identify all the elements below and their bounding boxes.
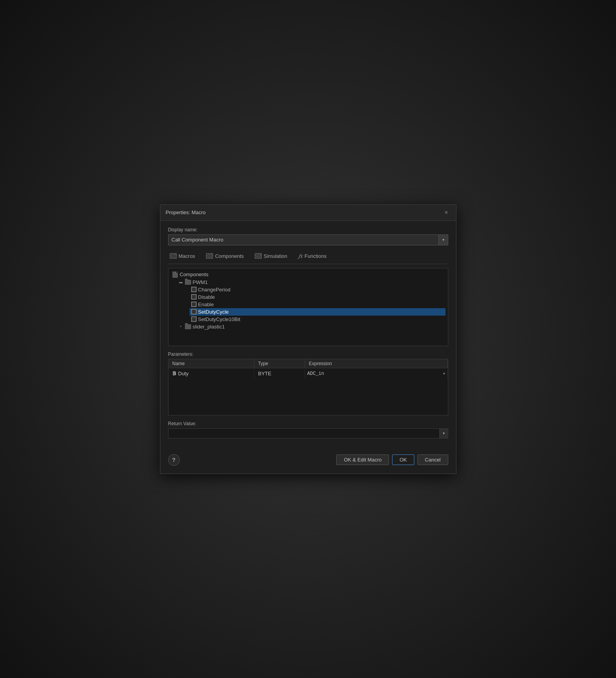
tabs-row: Macros Components Simulation 𝑓𝑥 Function…	[168, 252, 448, 264]
setdutycycle10bit-label: SetDutyCycle10Bit	[198, 316, 240, 322]
functions-tab-icon: 𝑓𝑥	[298, 253, 303, 259]
slider-expand-icon: +	[179, 324, 183, 329]
disable-icon	[191, 294, 197, 300]
display-name-label: Display name:	[168, 227, 448, 233]
tree-folder-pwm1: ▬ PWM1 ChangePeriod Disable Enable	[171, 279, 446, 323]
tree-item-changeperiod[interactable]: ChangePeriod	[190, 286, 446, 293]
tree-item-setdutycycle10bit[interactable]: SetDutyCycle10Bit	[190, 316, 446, 323]
params-row-duty: 𝔹 Duty BYTE ADC_in ▾	[169, 368, 448, 379]
tab-simulation-label: Simulation	[264, 253, 288, 259]
params-header: Name Type Expression	[169, 359, 448, 368]
pwm1-label: PWM1	[193, 279, 208, 285]
return-value-section: Return Value: ▾	[168, 421, 448, 438]
buttons-row: ? OK & Edit Macro OK Cancel	[160, 454, 456, 466]
btn-group: OK & Edit Macro OK Cancel	[336, 454, 448, 465]
tree-item-setdutycycle[interactable]: SetDutyCycle	[190, 308, 446, 316]
changeperiod-icon	[191, 287, 197, 292]
tree-area: Components ▬ PWM1 ChangePeriod Disable	[168, 268, 448, 346]
display-name-select[interactable]: Call Component Macro	[168, 234, 439, 245]
duty-b-icon: 𝔹	[172, 371, 176, 377]
slider-label: slider_plastic1	[193, 324, 225, 330]
tab-simulation[interactable]: Simulation	[253, 252, 289, 260]
pwm1-folder-icon	[185, 280, 191, 285]
parameters-table: Name Type Expression 𝔹 Duty BYTE ADC_in …	[168, 359, 448, 415]
dialog-title: Properties: Macro	[166, 209, 206, 215]
params-cell-duty-type: BYTE	[254, 369, 305, 378]
title-bar: Properties: Macro ×	[160, 205, 456, 221]
duty-type: BYTE	[258, 371, 272, 376]
enable-icon	[191, 302, 197, 307]
tab-components[interactable]: Components	[204, 252, 245, 260]
display-name-dropdown-arrow[interactable]: ▾	[439, 234, 448, 245]
duty-expression: ADC_in	[307, 371, 324, 376]
tree-folder-slider: + slider_plastic1	[171, 323, 446, 330]
params-header-expr: Expression	[305, 359, 448, 368]
components-tab-icon	[206, 253, 213, 259]
parameters-label: Parameters:	[168, 351, 448, 357]
tree-root-icon	[172, 272, 178, 278]
tab-components-label: Components	[215, 253, 244, 259]
return-value-label: Return Value:	[168, 421, 448, 426]
setdutycycle-icon	[191, 309, 197, 314]
simulation-tab-icon	[255, 253, 262, 259]
tree-root-label: Components	[180, 272, 209, 277]
tree-folder-slider-row[interactable]: + slider_plastic1	[177, 323, 446, 330]
return-value-input[interactable]	[168, 428, 440, 438]
changeperiod-label: ChangePeriod	[198, 287, 231, 293]
disable-label: Disable	[198, 294, 215, 300]
params-header-name: Name	[169, 359, 254, 368]
cancel-button[interactable]: Cancel	[417, 454, 448, 465]
tab-macros[interactable]: Macros	[168, 252, 197, 260]
setdutycycle-label: SetDutyCycle	[198, 309, 229, 315]
ok-edit-macro-button[interactable]: OK & Edit Macro	[336, 454, 389, 465]
display-name-row: Call Component Macro ▾	[168, 234, 448, 245]
tree-item-disable[interactable]: Disable	[190, 293, 446, 301]
return-value-dropdown-arrow[interactable]: ▾	[440, 428, 448, 438]
duty-expr-dropdown[interactable]: ▾	[443, 371, 445, 376]
ok-button[interactable]: OK	[392, 454, 414, 465]
return-input-row: ▾	[168, 428, 448, 438]
tree-root: Components	[171, 271, 446, 279]
tab-functions-label: Functions	[305, 253, 327, 259]
slider-folder-icon	[185, 324, 191, 329]
tab-macros-label: Macros	[179, 253, 195, 259]
properties-macro-dialog: Properties: Macro × Display name: Call C…	[160, 204, 456, 474]
help-button[interactable]: ?	[168, 454, 180, 466]
macros-tab-icon	[170, 253, 177, 259]
pwm1-expand-icon: ▬	[179, 280, 183, 284]
close-button[interactable]: ×	[442, 209, 450, 217]
tree-folder-pwm1-row[interactable]: ▬ PWM1	[177, 279, 446, 286]
params-cell-duty-name: 𝔹 Duty	[169, 369, 254, 378]
tab-functions[interactable]: 𝑓𝑥 Functions	[297, 252, 328, 261]
params-header-type: Type	[254, 359, 305, 368]
params-cell-duty-expr[interactable]: ADC_in ▾	[305, 370, 448, 377]
setdutycycle10bit-icon	[191, 316, 197, 322]
dialog-body: Display name: Call Component Macro ▾ Mac…	[160, 221, 456, 450]
duty-name: Duty	[178, 371, 189, 376]
params-body: 𝔹 Duty BYTE ADC_in ▾	[169, 368, 448, 415]
tree-item-enable[interactable]: Enable	[190, 301, 446, 308]
enable-label: Enable	[198, 302, 214, 307]
